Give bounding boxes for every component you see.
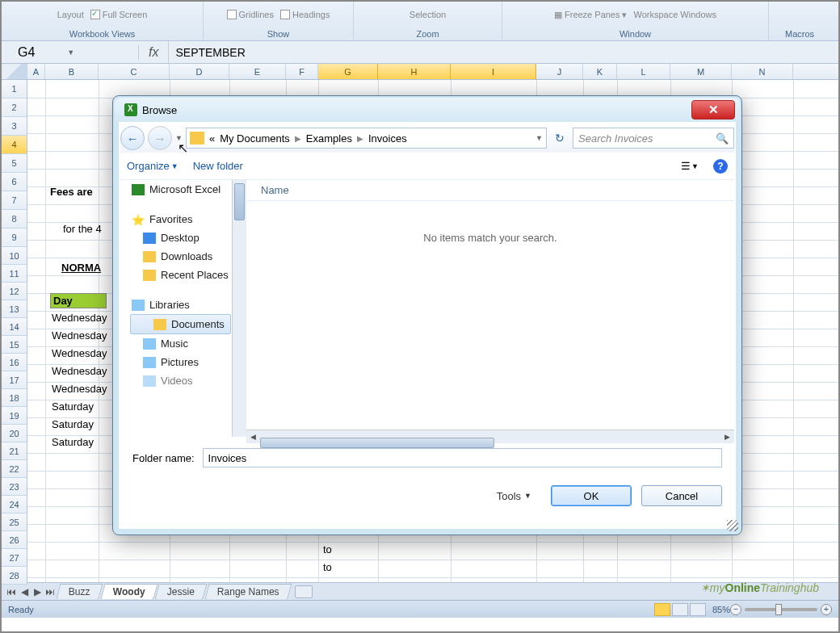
tree-pictures[interactable]: Pictures [120,353,246,371]
view-normal[interactable] [654,603,670,616]
close-button[interactable]: ✕ [691,100,735,119]
new-folder-button[interactable]: New folder [193,160,243,172]
row-header-24[interactable]: 24 [2,496,27,514]
tree-videos[interactable]: Videos [120,371,246,390]
row-header-14[interactable]: 14 [2,318,27,336]
zoom-in[interactable]: + [821,604,832,615]
tree-libraries[interactable]: Libraries [120,296,246,314]
tree-favorites[interactable]: ⭐Favorites [120,210,246,228]
col-header-A[interactable]: A [27,64,45,79]
tree-downloads[interactable]: Downloads [120,247,246,266]
row-header-12[interactable]: 12 [2,283,27,300]
cancel-button[interactable]: Cancel [641,485,722,506]
ribbon-headings[interactable]: Headings [280,10,330,19]
ribbon-freezepanes[interactable]: ▦ Freeze Panes ▾ [554,10,627,20]
view-options-icon[interactable]: ☰ ▼ [681,159,702,174]
chevron-down-icon[interactable]: ▼ [536,134,543,142]
tree-scrollbar[interactable] [232,180,246,437]
row-header-8[interactable]: 8 [2,210,27,228]
name-box[interactable]: G4▼ [2,45,139,60]
ribbon-workspace-windows[interactable]: Workspace Windows [633,10,716,19]
row-header-19[interactable]: 19 [2,407,27,425]
tab-nav-first[interactable]: ⏮ [5,585,18,598]
tab-nav-prev[interactable]: ◀ [18,585,31,598]
row-header-5[interactable]: 5 [2,154,27,173]
col-header-E[interactable]: E [229,64,286,79]
zoom-slider[interactable] [745,608,817,611]
file-hscrollbar[interactable]: ◀▶ [246,430,734,443]
ok-button[interactable]: OK [551,485,632,506]
row-header-20[interactable]: 20 [2,425,27,442]
row-header-17[interactable]: 17 [2,371,27,389]
row-header-25[interactable]: 25 [2,514,27,531]
row-header-18[interactable]: 18 [2,389,27,407]
row-header-9[interactable]: 9 [2,228,27,247]
col-header-N[interactable]: N [732,64,793,79]
organize-dropdown[interactable]: Organize ▼ [127,160,178,172]
formula-content[interactable]: SEPTEMBER [169,46,245,59]
row-header-16[interactable]: 16 [2,354,27,371]
nav-forward-button[interactable]: → [148,126,172,150]
col-header-B[interactable]: B [45,64,99,79]
tree-recent-places[interactable]: Recent Places [120,266,246,284]
tools-dropdown[interactable]: Tools ▼ [497,490,531,502]
sheet-tab-jessie[interactable]: Jessie [155,584,208,599]
col-header-C[interactable]: C [99,64,170,79]
fx-icon[interactable]: fx [139,41,169,63]
ribbon-gridlines[interactable]: Gridlines [227,10,274,19]
col-header-M[interactable]: M [670,64,732,79]
row-header-15[interactable]: 15 [2,336,27,354]
row-header-27[interactable]: 27 [2,549,27,567]
nav-back-button[interactable]: ← [120,126,145,150]
ribbon-selection[interactable]: Selection [410,10,446,19]
ribbon-fullscreen[interactable]: Full Screen [90,10,148,19]
row-header-1[interactable]: 1 [2,80,27,99]
row-header-23[interactable]: 23 [2,478,27,496]
dialog-titlebar[interactable]: Browse ✕ [115,98,740,122]
row-header-13[interactable]: 13 [2,300,27,318]
sheet-tab-range-names[interactable]: Range Names [205,584,292,599]
new-sheet-button[interactable] [295,585,313,598]
view-page-layout[interactable] [672,603,688,616]
help-icon[interactable]: ? [713,159,728,174]
sheet-tab-buzz[interactable]: Buzz [56,584,103,599]
column-header-name[interactable]: Name [246,180,734,201]
tree-desktop[interactable]: Desktop [120,228,246,247]
row-header-4[interactable]: 4 [2,136,27,154]
row-header-22[interactable]: 22 [2,460,27,478]
sheet-tab-woody[interactable]: Woody [100,584,158,599]
row-header-26[interactable]: 26 [2,531,27,549]
col-header-G[interactable]: G [318,64,378,79]
zoom-out[interactable]: − [730,604,741,615]
row-header-10[interactable]: 10 [2,247,27,265]
tab-nav-next[interactable]: ▶ [31,585,44,598]
refresh-icon[interactable]: ↻ [550,128,569,148]
row-header-21[interactable]: 21 [2,442,27,460]
col-header-L[interactable]: L [617,64,670,79]
search-input[interactable]: Search Invoices 🔍 [573,128,734,149]
col-header-D[interactable]: D [170,64,229,79]
col-header-F[interactable]: F [286,64,318,79]
breadcrumb[interactable]: « My Documents▶ Examples▶ Invoices ▼ [186,128,547,149]
tab-nav-last[interactable]: ⏭ [44,585,57,598]
view-page-break[interactable] [690,603,706,616]
row-header-28[interactable]: 28 [2,567,27,585]
chevron-down-icon[interactable]: ▼ [67,48,74,57]
row-header-11[interactable]: 11 [2,265,27,283]
col-header-J[interactable]: J [536,64,583,79]
row-header-2[interactable]: 2 [2,99,27,117]
ribbon-layout[interactable]: Layout [57,10,84,19]
folder-name-input[interactable] [203,448,722,467]
zoom-percent[interactable]: 85% [712,605,730,614]
col-header-K[interactable]: K [583,64,617,79]
resize-grip[interactable] [727,520,738,531]
col-header-I[interactable]: I [451,64,536,79]
file-list[interactable]: Name No items match your search. ↖ ◀▶ [246,180,734,437]
select-all-cell[interactable] [2,64,27,79]
row-header-7[interactable]: 7 [2,191,27,210]
row-header-6[interactable]: 6 [2,173,27,191]
row-header-3[interactable]: 3 [2,117,27,136]
tree-documents[interactable]: Documents [130,314,231,334]
tree-music[interactable]: Music [120,334,246,353]
col-header-H[interactable]: H [378,64,451,79]
